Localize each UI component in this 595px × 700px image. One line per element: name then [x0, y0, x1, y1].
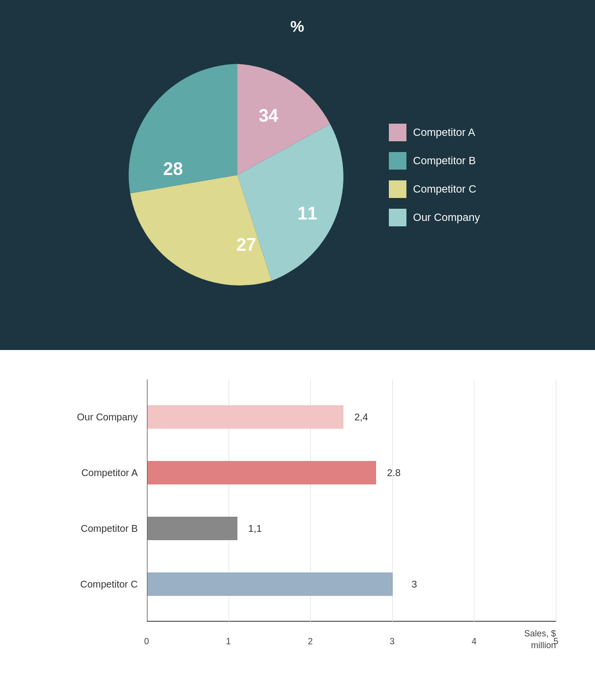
pie-label-competitor-c: 27: [236, 235, 255, 255]
bars-area: Our Company 2,4 Competitor A 2.8 Competi…: [148, 379, 556, 622]
bar-competitor-a: 2.8: [148, 461, 376, 484]
bar-label-competitor-a: Competitor A: [35, 467, 138, 479]
grid-line-5: [556, 379, 556, 622]
bar-label-competitor-c: Competitor C: [35, 579, 138, 590]
x-axis-label: Sales, $ million: [524, 628, 556, 651]
bar-chart-inner: 0 1 2 3 4 5 Our Company 2,4 Competito: [39, 379, 556, 661]
pie-wrapper: 34 11 27 28 Competitor A Competitor B Co: [115, 53, 480, 297]
bar-value-competitor-b: 1,1: [248, 523, 262, 534]
x-axis-label-line2: million: [531, 640, 556, 650]
pie-section: % 34 11 27 28: [0, 0, 595, 350]
pie-label-competitor-b: 28: [163, 159, 182, 179]
legend-item-competitor-c: Competitor C: [389, 180, 480, 198]
bar-label-competitor-b: Competitor B: [35, 523, 138, 534]
bar-competitor-c: 3: [148, 572, 393, 596]
legend-item-our-company: Our Company: [389, 209, 480, 226]
legend-label-competitor-b: Competitor B: [413, 154, 476, 167]
legend-swatch-competitor-c: [389, 180, 406, 198]
bar-row-competitor-b: Competitor B 1,1: [148, 514, 556, 543]
x-tick-0: 0: [144, 636, 149, 647]
pie-segment-competitor-b: [128, 64, 237, 194]
x-tick-1: 1: [226, 636, 231, 647]
x-tick-3: 3: [390, 636, 395, 647]
bar-value-competitor-c: 3: [411, 579, 417, 590]
bar-section: 0 1 2 3 4 5 Our Company 2,4 Competito: [0, 350, 595, 700]
legend-label-competitor-a: Competitor A: [413, 126, 475, 139]
bar-label-our-company: Our Company: [35, 412, 138, 423]
bar-row-competitor-a: Competitor A 2.8: [148, 458, 556, 487]
legend-swatch-competitor-a: [389, 124, 406, 141]
bar-chart-container: 0 1 2 3 4 5 Our Company 2,4 Competito: [39, 379, 556, 661]
bar-row-our-company: Our Company 2,4: [148, 402, 556, 432]
legend-item-competitor-a: Competitor A: [389, 124, 480, 141]
bar-row-competitor-c: Competitor C 3: [148, 569, 556, 599]
bar-our-company: 2,4: [148, 405, 343, 429]
legend-label-competitor-c: Competitor C: [413, 183, 477, 196]
x-tick-4: 4: [471, 636, 476, 647]
legend-label-our-company: Our Company: [413, 211, 480, 224]
x-tick-2: 2: [308, 636, 313, 647]
bar-value-our-company: 2,4: [354, 412, 368, 423]
bar-value-competitor-a: 2.8: [387, 467, 401, 479]
pie-label-our-company: 11: [297, 203, 317, 223]
x-axis-label-line1: Sales, $: [524, 629, 556, 638]
pie-chart: 34 11 27 28: [115, 53, 360, 297]
legend-swatch-competitor-b: [389, 152, 406, 170]
legend-item-competitor-b: Competitor B: [389, 152, 480, 170]
pie-legend: Competitor A Competitor B Competitor C O…: [389, 124, 480, 226]
bar-competitor-b: 1,1: [148, 517, 237, 540]
legend-swatch-our-company: [389, 209, 406, 226]
grid-line-0: [147, 379, 147, 622]
pie-chart-title: %: [290, 18, 304, 36]
pie-label-competitor-a: 34: [258, 106, 278, 126]
